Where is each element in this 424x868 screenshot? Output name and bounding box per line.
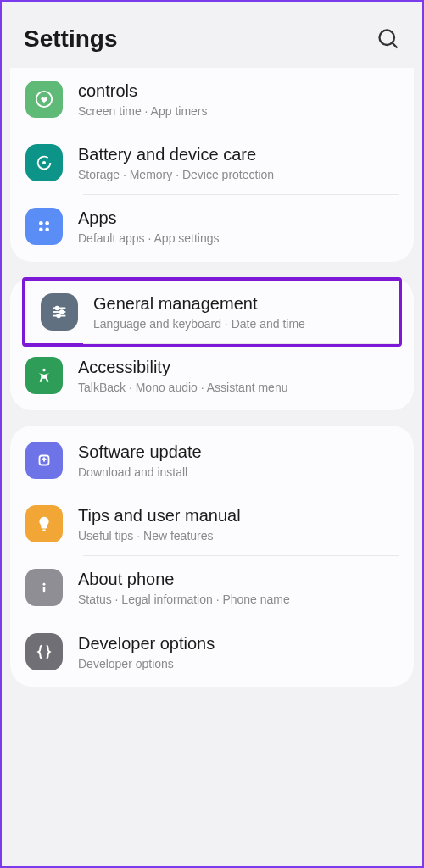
svg-rect-16 xyxy=(42,530,46,531)
item-sub: TalkBack · Mono audio · Assistant menu xyxy=(78,380,399,395)
accessibility-icon xyxy=(25,357,63,394)
svg-point-9 xyxy=(55,306,59,309)
item-sub: Default apps · App settings xyxy=(78,231,399,246)
braces-icon xyxy=(25,633,63,670)
settings-card: Software update Download and install Tip… xyxy=(10,426,414,687)
item-text: Accessibility TalkBack · Mono audio · As… xyxy=(78,356,399,395)
svg-point-7 xyxy=(45,228,49,232)
item-text: General management Language and keyboard… xyxy=(93,292,383,331)
svg-point-5 xyxy=(45,222,49,226)
svg-rect-19 xyxy=(43,587,46,592)
search-icon[interactable] xyxy=(377,27,400,51)
settings-item-tips[interactable]: Tips and user manual Useful tips · New f… xyxy=(10,492,414,555)
item-sub: Developer options xyxy=(78,656,399,671)
settings-card: controls Screen time · App timers Batter… xyxy=(10,68,414,262)
header: Settings xyxy=(2,2,422,68)
item-sub: Screen time · App timers xyxy=(78,103,399,119)
settings-item-battery[interactable]: Battery and device care Storage · Memory… xyxy=(10,131,414,194)
svg-point-0 xyxy=(380,31,395,46)
svg-point-14 xyxy=(42,369,46,372)
item-text: Developer options Developer options xyxy=(78,632,399,671)
item-text: Battery and device care Storage · Memory… xyxy=(78,143,399,182)
item-sub: Download and install xyxy=(78,465,399,480)
svg-line-1 xyxy=(393,43,398,48)
sliders-icon xyxy=(41,293,78,331)
item-text: Apps Default apps · App settings xyxy=(78,207,399,246)
item-title: Battery and device care xyxy=(78,143,399,165)
svg-point-4 xyxy=(39,222,43,226)
item-title: Apps xyxy=(78,207,399,229)
update-icon xyxy=(25,442,63,479)
item-title: Developer options xyxy=(78,632,399,654)
settings-item-about-phone[interactable]: About phone Status · Legal information ·… xyxy=(10,556,414,619)
item-sub: Status · Legal information · Phone name xyxy=(78,592,399,607)
svg-point-3 xyxy=(42,161,46,164)
info-icon xyxy=(25,569,63,606)
item-title: About phone xyxy=(78,568,399,590)
svg-point-6 xyxy=(39,228,43,232)
highlighted-item-frame: General management Language and keyboard… xyxy=(22,277,402,347)
item-text: About phone Status · Legal information ·… xyxy=(78,568,399,607)
settings-item-general-management[interactable]: General management Language and keyboard… xyxy=(25,289,399,335)
item-title: Accessibility xyxy=(78,356,399,378)
item-sub: Storage · Memory · Device protection xyxy=(78,167,399,182)
item-text: controls Screen time · App timers xyxy=(78,80,399,119)
svg-point-13 xyxy=(57,314,60,317)
item-text: Software update Download and install xyxy=(78,441,399,480)
settings-item-developer-options[interactable]: Developer options Developer options xyxy=(10,620,414,683)
item-sub: Useful tips · New features xyxy=(78,528,399,543)
svg-point-18 xyxy=(43,583,46,586)
settings-item-accessibility[interactable]: Accessibility TalkBack · Mono audio · As… xyxy=(10,344,414,407)
settings-card: General management Language and keyboard… xyxy=(10,277,414,410)
item-title: General management xyxy=(93,292,383,314)
item-title: Software update xyxy=(78,441,399,463)
settings-item-apps[interactable]: Apps Default apps · App settings xyxy=(10,195,414,258)
bulb-icon xyxy=(25,505,63,542)
settings-item-controls[interactable]: controls Screen time · App timers xyxy=(10,68,414,131)
refresh-icon xyxy=(25,144,63,181)
item-sub: Language and keyboard · Date and time xyxy=(93,316,383,331)
item-text: Tips and user manual Useful tips · New f… xyxy=(78,504,399,543)
settings-item-software-update[interactable]: Software update Download and install xyxy=(10,429,414,492)
heart-circle-icon xyxy=(25,81,63,118)
grid-icon xyxy=(25,208,63,245)
item-title: controls xyxy=(78,80,399,102)
item-title: Tips and user manual xyxy=(78,504,399,526)
page-title: Settings xyxy=(24,25,117,53)
svg-point-11 xyxy=(60,310,64,314)
